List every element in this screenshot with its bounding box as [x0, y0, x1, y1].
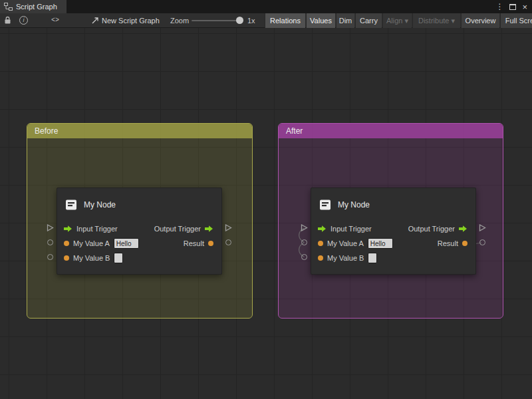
- outer-flow-in-port[interactable]: [47, 224, 54, 231]
- group-after-title: After: [286, 126, 303, 136]
- script-graph-window: Script Graph ⋮ × i <> New Script Graph Z…: [0, 0, 532, 399]
- node-header[interactable]: My Node: [57, 188, 221, 221]
- graph-toolbar: i <> New Script Graph Zoom 1x Relations …: [0, 13, 532, 28]
- result-label: Result: [184, 239, 204, 247]
- outer-flow-out-port[interactable]: [225, 224, 232, 231]
- value-b-label: My Value B: [327, 254, 364, 262]
- new-graph-icon: [91, 17, 99, 25]
- outer-flow-in-port[interactable]: [301, 224, 308, 231]
- distribute-button: Distribute ▾: [412, 13, 460, 28]
- outer-value-a-port[interactable]: [47, 239, 53, 245]
- group-before-title: Before: [35, 126, 58, 136]
- tab-bar: Script Graph ⋮ ×: [0, 0, 532, 13]
- close-icon[interactable]: ×: [522, 3, 527, 11]
- value-b-port[interactable]: [318, 255, 323, 261]
- outer-value-b-port[interactable]: [301, 254, 307, 260]
- menu-icon[interactable]: ⋮: [495, 3, 503, 11]
- group-before-header[interactable]: Before: [27, 124, 252, 138]
- result-label: Result: [438, 239, 458, 247]
- zoom-label: Zoom: [170, 13, 189, 28]
- result-port[interactable]: [462, 241, 467, 246]
- maximize-icon[interactable]: [509, 4, 516, 10]
- value-b-input[interactable]: [368, 253, 377, 263]
- code-view-button[interactable]: <>: [51, 13, 59, 28]
- carry-button[interactable]: Carry: [355, 13, 382, 28]
- flow-in-icon[interactable]: [318, 225, 327, 232]
- align-button: Align ▾: [382, 13, 412, 28]
- flow-out-icon[interactable]: [205, 225, 213, 232]
- input-trigger-label: Input Trigger: [331, 225, 372, 233]
- node-title: My Node: [338, 200, 370, 209]
- unit-icon: [65, 198, 78, 211]
- node-header[interactable]: My Node: [311, 188, 475, 221]
- trigger-row: Input Trigger Output Trigger: [311, 221, 475, 236]
- tab-title: Script Graph: [16, 3, 57, 11]
- dim-button[interactable]: Dim: [336, 13, 354, 28]
- value-a-input[interactable]: [114, 238, 139, 249]
- outer-result-port[interactable]: [479, 239, 485, 245]
- value-a-row: My Value A Result: [311, 236, 475, 251]
- outer-result-port[interactable]: [225, 239, 231, 245]
- window-controls: ⋮ ×: [495, 0, 532, 13]
- result-port[interactable]: [208, 241, 213, 246]
- outer-value-b-port[interactable]: [47, 254, 53, 260]
- node-title: My Node: [84, 200, 116, 209]
- value-a-label: My Value A: [73, 239, 110, 247]
- outer-value-a-port[interactable]: [301, 239, 307, 245]
- value-a-port[interactable]: [64, 241, 69, 246]
- value-b-row: My Value B: [311, 251, 475, 265]
- value-a-port[interactable]: [318, 241, 323, 246]
- unit-icon: [319, 198, 332, 211]
- script-graph-icon: [4, 3, 13, 11]
- group-after-header[interactable]: After: [279, 124, 503, 138]
- flow-in-icon[interactable]: [64, 225, 72, 232]
- zoom-value: 1x: [247, 13, 255, 28]
- zoom-slider-handle[interactable]: [236, 17, 243, 24]
- value-b-input[interactable]: [114, 253, 123, 263]
- value-a-input[interactable]: [368, 238, 393, 249]
- my-node-after[interactable]: My Node Input Trigger Output Trigger My …: [311, 188, 476, 275]
- value-b-row: My Value B: [57, 251, 221, 265]
- lock-icon[interactable]: [4, 16, 11, 25]
- graph-canvas[interactable]: Before After My Node: [0, 28, 532, 399]
- output-trigger-label: Output Trigger: [154, 225, 201, 233]
- value-a-row: My Value A Result: [57, 236, 221, 251]
- fullscreen-button[interactable]: Full Screen: [500, 13, 532, 28]
- trigger-row: Input Trigger Output Trigger: [57, 221, 221, 236]
- graph-name-label[interactable]: New Script Graph: [102, 13, 160, 28]
- relations-button[interactable]: Relations: [265, 13, 305, 28]
- outer-flow-out-port[interactable]: [479, 224, 486, 231]
- values-button[interactable]: Values: [306, 13, 335, 28]
- overview-button[interactable]: Overview: [461, 13, 499, 28]
- output-trigger-label: Output Trigger: [408, 225, 455, 233]
- flow-out-icon[interactable]: [459, 225, 467, 232]
- info-icon[interactable]: i: [19, 16, 28, 25]
- value-b-label: My Value B: [73, 254, 110, 262]
- my-node-before[interactable]: My Node Input Trigger Output Trigger My …: [57, 188, 222, 275]
- value-a-label: My Value A: [327, 239, 364, 247]
- tab-script-graph[interactable]: Script Graph: [0, 0, 66, 13]
- value-b-port[interactable]: [64, 255, 69, 261]
- input-trigger-label: Input Trigger: [76, 225, 118, 233]
